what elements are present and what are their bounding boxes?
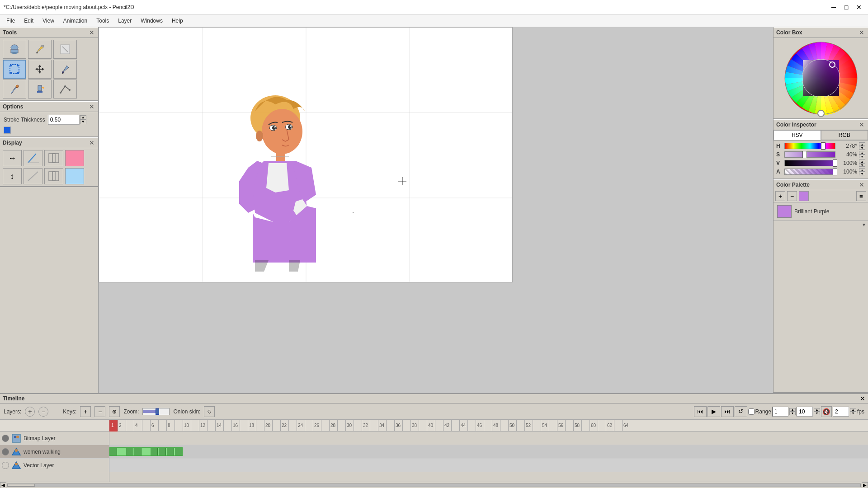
h-increase-btn[interactable]: ▲ — [859, 142, 865, 146]
vector-layer-vis[interactable] — [2, 462, 9, 469]
ruler-mark-34[interactable]: 34 — [378, 420, 386, 432]
menu-windows[interactable]: Windows — [136, 16, 167, 26]
ruler-mark-43[interactable] — [451, 420, 459, 432]
v-increase-btn[interactable]: ▲ — [859, 160, 865, 163]
ruler-mark-20[interactable]: 20 — [264, 420, 272, 432]
ruler-mark-60[interactable]: 60 — [590, 420, 598, 432]
palette-scrollbar[interactable]: ▼ — [774, 221, 868, 229]
menu-file[interactable]: File — [2, 16, 19, 26]
frame-row-bitmap[interactable] — [109, 432, 868, 445]
range-end-down[interactable]: ▼ — [814, 412, 820, 415]
color-box-close-button[interactable]: ✕ — [858, 29, 865, 36]
add-key-button[interactable]: + — [80, 406, 91, 417]
rgb-tab[interactable]: RGB — [821, 130, 868, 140]
range-start-input[interactable] — [772, 407, 788, 417]
a-increase-btn[interactable]: ▲ — [859, 168, 865, 172]
color-wheel-container[interactable] — [774, 38, 868, 118]
ruler-mark-33[interactable] — [370, 420, 378, 432]
range-checkbox[interactable] — [748, 408, 755, 415]
fps-up[interactable]: ▲ — [850, 408, 856, 412]
v-slider[interactable] — [784, 160, 835, 166]
palette-add-button[interactable]: + — [775, 191, 785, 201]
ruler-mark-2[interactable]: 2 — [118, 420, 126, 432]
add-layer-button[interactable]: + — [25, 407, 35, 417]
ruler-mark-35[interactable] — [386, 420, 394, 432]
ruler-mark-5[interactable] — [142, 420, 150, 432]
timeline-scrollbar[interactable]: ◀ ▶ — [0, 482, 868, 488]
menu-edit[interactable]: Edit — [19, 16, 38, 26]
ruler-mark-31[interactable] — [354, 420, 362, 432]
canvas-area[interactable] — [99, 27, 773, 393]
ruler-mark-46[interactable]: 46 — [476, 420, 484, 432]
scroll-right-button[interactable]: ▶ — [862, 482, 868, 488]
ruler-mark-52[interactable]: 52 — [524, 420, 533, 432]
ruler-mark-38[interactable]: 38 — [410, 420, 419, 432]
ruler-mark-56[interactable]: 56 — [557, 420, 565, 432]
s-increase-btn[interactable]: ▲ — [859, 151, 865, 155]
ruler-mark-21[interactable] — [272, 420, 280, 432]
options-close-button[interactable]: ✕ — [88, 103, 95, 110]
select-tool-button[interactable] — [3, 60, 26, 79]
palette-menu-button[interactable]: ≡ — [856, 191, 866, 201]
a-decrease-btn[interactable]: ▼ — [859, 172, 865, 175]
ruler-mark-62[interactable]: 62 — [606, 420, 614, 432]
scroll-left-button[interactable]: ◀ — [0, 482, 6, 488]
color-wheel[interactable] — [783, 40, 859, 117]
h-slider[interactable] — [784, 143, 835, 149]
stroke-color-swatch[interactable] — [4, 127, 11, 134]
timeline-close-button[interactable]: ✕ — [860, 395, 865, 402]
frame-row-vector[interactable] — [109, 459, 868, 472]
menu-view[interactable]: View — [38, 16, 59, 26]
polyline-tool-button[interactable] — [53, 80, 77, 99]
close-button[interactable]: ✕ — [854, 3, 864, 12]
scroll-thumb[interactable] — [8, 484, 35, 487]
ruler-mark-27[interactable] — [321, 420, 329, 432]
flip-horizontal-button[interactable]: ↔ — [3, 150, 22, 166]
ruler-mark-41[interactable] — [435, 420, 443, 432]
zoom-slider[interactable] — [142, 408, 170, 415]
ruler-mark-9[interactable] — [175, 420, 183, 432]
frame-row-women-walking[interactable] — [109, 445, 868, 459]
stroke-thickness-input[interactable] — [48, 115, 80, 125]
a-slider[interactable] — [784, 169, 835, 175]
ruler-mark-7[interactable] — [158, 420, 166, 432]
hsv-tab[interactable]: HSV — [774, 130, 821, 140]
remove-layer-button[interactable]: − — [38, 407, 48, 417]
ruler-mark-24[interactable]: 24 — [297, 420, 305, 432]
layer-row-bitmap[interactable]: Bitmap Layer — [0, 432, 109, 445]
line-tool-button[interactable] — [24, 168, 42, 184]
timeline-frames-area[interactable]: 1 2 4 6 8 10 12 14 16 — [109, 420, 868, 482]
play-button[interactable]: ▶ — [708, 406, 720, 417]
ruler-mark-12[interactable]: 12 — [199, 420, 207, 432]
ruler-mark-45[interactable] — [467, 420, 476, 432]
ruler-mark-23[interactable] — [288, 420, 297, 432]
duplicate-key-button[interactable]: ⊕ — [109, 406, 120, 417]
ruler-mark-49[interactable] — [500, 420, 508, 432]
stroke-increase-button[interactable]: ▲ — [80, 115, 86, 120]
color-swatch-pink[interactable] — [65, 150, 84, 166]
range-start-down[interactable]: ▼ — [789, 412, 796, 415]
ruler-mark-40[interactable]: 40 — [427, 420, 435, 432]
range-end-up[interactable]: ▲ — [814, 408, 820, 412]
s-decrease-btn[interactable]: ▼ — [859, 155, 865, 158]
ruler-mark-16[interactable]: 16 — [231, 420, 240, 432]
step-forward-button[interactable]: ⏭ — [721, 406, 734, 417]
menu-layer[interactable]: Layer — [113, 16, 136, 26]
ruler-mark-11[interactable] — [191, 420, 199, 432]
remove-key-button[interactable]: − — [94, 406, 105, 417]
color-inspector-close-button[interactable]: ✕ — [858, 121, 865, 128]
rewind-button[interactable]: ⏮ — [694, 406, 707, 417]
palette-swatch-button[interactable] — [799, 191, 809, 201]
pen-tool-button[interactable] — [53, 60, 77, 79]
eyedropper-tool-button[interactable] — [3, 80, 26, 99]
range-start-up[interactable]: ▲ — [789, 408, 796, 412]
palette-scroll-area[interactable]: Brilliant Purple — [774, 202, 868, 221]
pencil-tool-button[interactable] — [28, 40, 52, 59]
ruler-mark-29[interactable] — [337, 420, 345, 432]
ruler-mark-55[interactable] — [549, 420, 557, 432]
ruler-mark-39[interactable] — [419, 420, 427, 432]
ruler-mark-51[interactable] — [516, 420, 524, 432]
ruler-mark-14[interactable]: 14 — [215, 420, 223, 432]
list-item[interactable]: Brilliant Purple — [775, 204, 866, 219]
ruler-mark-58[interactable]: 58 — [573, 420, 581, 432]
